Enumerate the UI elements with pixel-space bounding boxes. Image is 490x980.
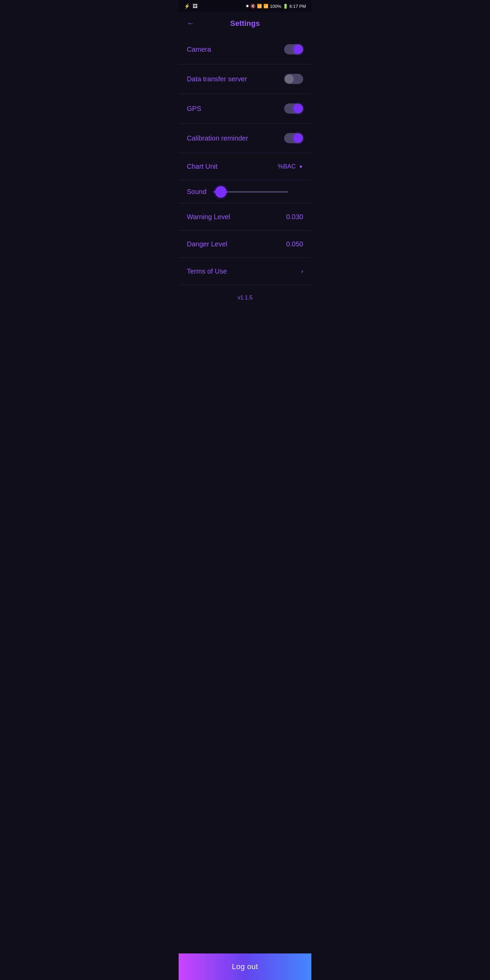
warning-level-setting: Warning Level 0.030	[179, 204, 311, 231]
bluetooth-icon: ✹	[246, 4, 249, 8]
danger-level-label: Danger Level	[187, 240, 227, 248]
data-transfer-toggle[interactable]	[284, 74, 303, 84]
logout-button[interactable]: Log out	[179, 953, 311, 980]
calibration-setting: Calibration reminder	[179, 124, 311, 153]
signal-icon: 📶	[263, 4, 269, 8]
data-transfer-label: Data transfer server	[187, 75, 247, 83]
sound-label: Sound	[187, 188, 207, 196]
version-text: v1.1.5	[179, 285, 311, 308]
chevron-right-icon: ›	[301, 268, 303, 275]
gps-label: GPS	[187, 105, 201, 113]
sound-setting: Sound	[179, 180, 311, 204]
wifi-icon: 📶	[257, 4, 262, 8]
warning-level-value[interactable]: 0.030	[286, 213, 303, 221]
danger-level-value[interactable]: 0.050	[286, 240, 303, 248]
status-bar: ⚡ 🖼 ✹ 🔇 📶 📶 100% 🔋 6:17 PM	[179, 0, 311, 12]
clock: 6:17 PM	[290, 4, 306, 9]
camera-label: Camera	[187, 46, 211, 53]
danger-level-setting: Danger Level 0.050	[179, 231, 311, 258]
battery-icon: 🔋	[283, 4, 288, 9]
camera-toggle[interactable]	[284, 44, 303, 54]
data-transfer-setting: Data transfer server	[179, 64, 311, 94]
gps-setting: GPS	[179, 94, 311, 124]
calibration-label: Calibration reminder	[187, 134, 248, 142]
mute-icon: 🔇	[250, 4, 256, 8]
usb-icon: ⚡	[184, 3, 190, 9]
page-title: Settings	[231, 19, 260, 28]
sound-slider-container	[213, 191, 303, 192]
sound-slider-track[interactable]	[213, 191, 288, 192]
status-bar-left: ⚡ 🖼	[184, 3, 197, 9]
warning-level-label: Warning Level	[187, 213, 230, 221]
header: ← Settings	[179, 12, 311, 35]
image-icon: 🖼	[192, 3, 197, 9]
chart-unit-value: %BAC	[278, 163, 296, 170]
chart-unit-label: Chart Unit	[187, 163, 218, 170]
chevron-down-icon: ▼	[298, 164, 303, 169]
terms-of-use-row[interactable]: Terms of Use ›	[179, 258, 311, 285]
sound-slider-thumb[interactable]	[215, 186, 227, 198]
chart-unit-dropdown[interactable]: %BAC ▼	[278, 163, 303, 170]
terms-of-use-label: Terms of Use	[187, 267, 227, 275]
status-bar-right: ✹ 🔇 📶 📶 100% 🔋 6:17 PM	[246, 4, 306, 9]
gps-toggle[interactable]	[284, 103, 303, 114]
camera-setting: Camera	[179, 35, 311, 64]
calibration-toggle[interactable]	[284, 133, 303, 143]
settings-list: Camera Data transfer server GPS Calibrat…	[179, 35, 311, 953]
back-button[interactable]: ←	[185, 18, 196, 29]
battery-level: 100%	[270, 4, 281, 9]
chart-unit-setting: Chart Unit %BAC ▼	[179, 153, 311, 180]
